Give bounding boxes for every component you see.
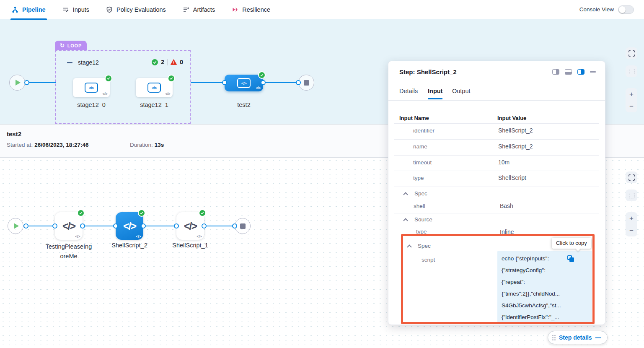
step-node-shellscript2-selected[interactable]: </> </> (116, 212, 143, 240)
step-node-label: ShellScript_1 (165, 242, 215, 249)
chevron-up-icon[interactable] (403, 192, 408, 197)
copy-icon[interactable] (567, 255, 574, 262)
step-node-shellscript1[interactable]: </> </> (176, 212, 204, 240)
success-badge-icon (105, 75, 112, 82)
zoom-in-button[interactable]: + (629, 91, 634, 98)
edge-line (263, 82, 298, 83)
list-plus-icon (183, 6, 189, 13)
row-divider (394, 187, 599, 187)
dock-right-icon[interactable] (552, 69, 559, 75)
zoom-out-button[interactable]: − (629, 227, 634, 234)
stage-node-test2-selected[interactable]: </> </> (225, 75, 263, 91)
row-name: shell (414, 203, 425, 209)
step-node-testingpleaseingoreme[interactable]: </> </> (55, 212, 83, 240)
row-divider (394, 139, 599, 140)
connector-port (141, 223, 146, 229)
status-separator (167, 59, 168, 65)
script-line: {"repeat": (502, 276, 588, 288)
edge-line (83, 226, 116, 226)
started-at: Started at:26/06/2023, 18:27:46 (7, 142, 88, 148)
script-value-block[interactable]: echo {"stepInputs": {"strategyConfig": {… (497, 251, 592, 323)
row-value: Inline (500, 229, 514, 235)
tab-pipeline[interactable]: Pipeline (12, 0, 46, 19)
script-line: S4GbJ5cwhAcfsg","st... (502, 300, 588, 312)
warning-count-icon (171, 59, 177, 65)
success-badge-icon (138, 209, 145, 217)
tab-inputs[interactable]: Inputs (62, 0, 90, 19)
zoom-control: + − (626, 88, 637, 112)
marquee-icon (629, 193, 634, 198)
tab-resilience-label: Resilience (242, 6, 270, 13)
edge-line (28, 82, 56, 83)
code-mini-icon: </> (102, 92, 107, 96)
row-divider (394, 155, 599, 156)
stop-icon (240, 223, 246, 229)
resilience-icon (232, 6, 238, 13)
column-header-input-value: Input Value (497, 115, 526, 121)
plugin-step-icon: </> (147, 83, 161, 93)
stage-name[interactable]: stage12 (78, 59, 99, 66)
console-view-label: Console View (579, 6, 614, 13)
step-node-label: ShellScript_2 (104, 242, 155, 249)
panel-tab-output[interactable]: Output (452, 88, 471, 98)
script-line: {"times":2}},"childNod... (502, 288, 588, 300)
code-mini-icon: </> (136, 234, 141, 239)
code-mini-icon: </> (197, 234, 202, 239)
plugin-step-icon: </> (85, 83, 98, 93)
step-details-label: Step details (559, 334, 592, 341)
collapse-stage-icon[interactable] (67, 62, 72, 63)
start-node[interactable] (8, 218, 23, 234)
step-details-button[interactable]: Step details — (548, 331, 608, 344)
tab-artifacts[interactable]: Artifacts (183, 0, 215, 19)
row-name: type (413, 175, 424, 181)
top-nav-bar: Pipeline Inputs Policy Evaluations Artif… (0, 0, 644, 19)
edge-line (26, 226, 55, 226)
step-node-stage12_0[interactable]: </> </> (73, 78, 110, 97)
row-divider (394, 123, 599, 124)
minimize-icon[interactable] (590, 71, 596, 73)
copy-icon-front (569, 257, 574, 262)
section-label-spec: Spec (414, 190, 427, 197)
tab-divider (388, 100, 605, 101)
connector-port (232, 223, 237, 229)
section-label-source: Source (414, 216, 432, 223)
zoom-out-button[interactable]: − (629, 103, 634, 110)
tab-resilience[interactable]: Resilience (232, 0, 270, 19)
connector-port (202, 223, 207, 229)
connector-port (80, 223, 85, 229)
panel-tab-input[interactable]: Input (428, 88, 442, 99)
warning-count: 0 (180, 59, 183, 65)
loop-icon: ↻ (60, 42, 65, 49)
panel-tab-details[interactable]: Details (399, 88, 418, 98)
code-mini-icon: </> (256, 86, 261, 90)
dock-bottom-icon[interactable] (565, 69, 572, 75)
collapse-icon: — (595, 334, 601, 341)
chevron-up-icon[interactable] (403, 218, 408, 223)
step-node-stage12_1[interactable]: </> </> (136, 78, 173, 97)
start-node[interactable] (9, 75, 25, 91)
row-value: Bash (500, 203, 513, 209)
row-name-script: script (422, 257, 435, 263)
fullscreen-button[interactable] (626, 47, 637, 59)
chevron-up-icon[interactable] (407, 244, 411, 249)
section-label-spec: Spec (418, 243, 431, 249)
tab-policy-evaluations[interactable]: Policy Evaluations (106, 0, 166, 19)
stage-node-label: test2 (225, 101, 263, 108)
plugin-step-icon: </> (237, 78, 251, 88)
marquee-select-button[interactable] (626, 65, 637, 77)
column-header-input-name: Input Name (399, 115, 429, 121)
fullscreen-button[interactable] (626, 171, 637, 183)
marquee-select-button[interactable] (626, 190, 637, 201)
console-view-control: Console View (579, 5, 634, 14)
dock-right-active-icon[interactable] (577, 69, 585, 75)
console-view-toggle[interactable] (618, 5, 634, 14)
code-mini-icon: </> (75, 234, 80, 239)
pipeline-icon (12, 6, 18, 13)
edge-line (143, 226, 176, 226)
row-name: name (413, 143, 427, 150)
connector-port (174, 223, 179, 229)
row-value: 10m (498, 159, 510, 166)
zoom-in-button[interactable]: + (629, 215, 634, 222)
connector-port (24, 80, 29, 85)
stage-summary-title: test2 (7, 130, 21, 138)
